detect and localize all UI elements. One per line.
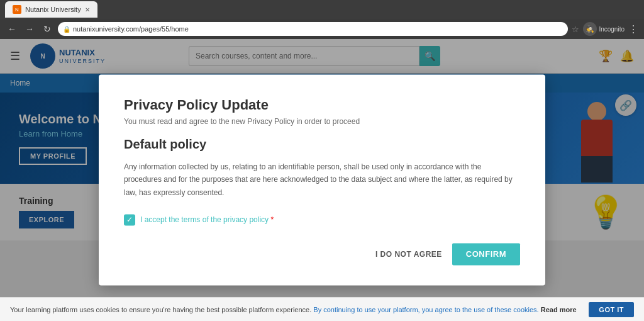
modal-title: Privacy Policy Update — [124, 97, 520, 113]
toolbar-right: 🕵 Incognito ⋮ — [583, 22, 639, 36]
active-tab[interactable]: N Nutanix University ✕ — [5, 1, 97, 18]
got-it-button[interactable]: GOT IT — [589, 302, 634, 317]
incognito-label: Incognito — [599, 26, 625, 33]
accept-label: I accept the terms of the privacy policy… — [140, 216, 274, 225]
privacy-policy-modal: Privacy Policy Update You must read and … — [99, 74, 545, 285]
browser-toolbar: ← → ↻ 🔒 nutanixuniversity.com/pages/55/h… — [0, 19, 644, 39]
incognito-avatar: 🕵 — [583, 22, 597, 36]
browser-menu-icon[interactable]: ⋮ — [628, 23, 639, 35]
accept-row: ✓ I accept the terms of the privacy poli… — [124, 215, 520, 226]
address-bar[interactable]: 🔒 nutanixuniversity.com/pages/55/home — [58, 22, 568, 36]
policy-body-text: Any information collected by us, relatin… — [124, 160, 520, 199]
cookie-text-before-link: Your learning platform uses cookies to e… — [10, 306, 311, 313]
incognito-badge: 🕵 Incognito — [583, 22, 625, 36]
back-button[interactable]: ← — [5, 22, 19, 36]
browser-chrome: N Nutanix University ✕ ← → ↻ 🔒 nutanixun… — [0, 0, 644, 39]
cookie-read-more[interactable]: Read more — [541, 306, 577, 313]
cookie-banner: Your learning platform uses cookies to e… — [0, 297, 644, 321]
reload-button[interactable]: ↻ — [40, 22, 54, 36]
tab-close-icon[interactable]: ✕ — [85, 6, 90, 13]
address-text: nutanixuniversity.com/pages/55/home — [73, 25, 189, 33]
cookie-link[interactable]: By continuing to use your platform, you … — [313, 306, 540, 313]
confirm-button[interactable]: CONFIRM — [452, 244, 520, 266]
accept-checkbox[interactable]: ✓ — [124, 215, 135, 226]
modal-footer: I DO NOT AGREE CONFIRM — [124, 244, 520, 266]
cookie-text: Your learning platform uses cookies to e… — [10, 306, 581, 313]
tab-label: Nutanix University — [25, 6, 81, 13]
tab-bar: N Nutanix University ✕ — [0, 0, 644, 19]
lock-icon: 🔒 — [63, 26, 70, 33]
required-marker: * — [270, 216, 274, 225]
do-not-agree-button[interactable]: I DO NOT AGREE — [375, 250, 442, 259]
page-background: ☰ N NUTANIX UNIVERSITY 🔍 🏆 🔔 Home Welcom… — [0, 39, 644, 321]
modal-subtitle: You must read and agree to the new Priva… — [124, 117, 520, 126]
forward-button[interactable]: → — [23, 22, 36, 36]
policy-title: Default policy — [124, 137, 520, 152]
bookmark-icon[interactable]: ☆ — [572, 25, 579, 34]
tab-favicon: N — [13, 5, 21, 14]
